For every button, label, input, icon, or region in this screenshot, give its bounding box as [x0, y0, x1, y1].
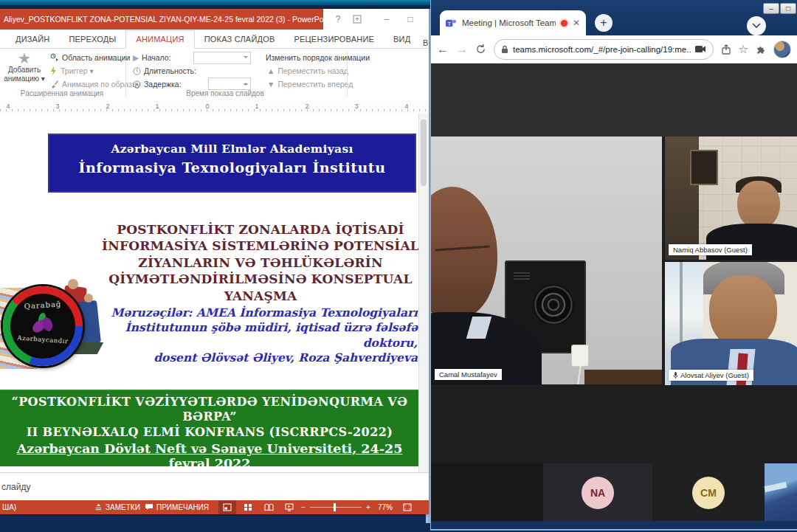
teams-logo-icon: T — [446, 18, 457, 29]
zoom-out-button[interactable]: − — [301, 500, 306, 514]
powerpoint-window: Aliyev_POSTKONFLIKT ZONA-POTENSIAL ZIYAN… — [0, 9, 429, 514]
reading-view-icon — [264, 503, 274, 511]
video-feed-main[interactable]: Camal Mustafayev — [431, 137, 662, 384]
tab-transitions[interactable]: ПЕРЕХОДЫ — [59, 31, 125, 48]
reading-view-button[interactable] — [260, 500, 277, 514]
start-label: ▶ Начало: — [133, 52, 171, 63]
tab-search-chevron-button[interactable] — [747, 16, 766, 35]
url-text: teams.microsoft.com/_#/pre-join-calling/… — [513, 45, 691, 54]
help-icon[interactable]: ? — [329, 9, 347, 30]
lock-icon — [501, 45, 508, 54]
move-later-button[interactable]: ▼ Переместить вперед — [267, 78, 353, 90]
browser-toolbar: ← → teams.microsoft.com/_#/pre-join-call… — [431, 35, 797, 63]
horizontal-ruler[interactable]: 4 3 2 1 0 1 2 3 4 — [0, 100, 429, 114]
zoom-level[interactable]: 77% — [378, 500, 393, 514]
tab-slideshow[interactable]: ПОКАЗ СЛАЙДОВ — [195, 31, 285, 48]
browser-maximize-button[interactable]: □ — [780, 3, 796, 14]
teams-meeting-stage: Camal Mustafayev Namiq Abbasov (Guest) A… — [431, 63, 797, 521]
start-combobox[interactable] — [193, 52, 251, 64]
reorder-animation-header: Изменить порядок анимации — [266, 52, 370, 63]
participant-tile-na[interactable]: NA — [543, 463, 652, 521]
reload-button[interactable] — [475, 44, 486, 55]
normal-view-icon — [223, 503, 232, 511]
participant-tile-cm[interactable]: CM — [652, 463, 765, 521]
duration-label: Длительность: — [133, 65, 196, 77]
trigger-button[interactable]: Триггер ▾ — [50, 65, 94, 77]
participant-head — [709, 275, 777, 349]
duration-spinner[interactable] — [208, 77, 251, 90]
trigger-lightning-icon — [50, 66, 58, 75]
slideshow-view-button[interactable] — [280, 500, 298, 514]
move-earlier-button[interactable]: ▲ Переместить назад — [267, 65, 348, 77]
slide-clipart: Qarabağ Azərbaycandır — [0, 280, 105, 375]
tab-view[interactable]: ВИД — [384, 31, 420, 48]
add-animation-button[interactable]: ★ Добавить анимацию ▾ — [3, 51, 46, 89]
powerpoint-titlebar[interactable]: Aliyev_POSTKONFLIKT ZONA-POTENSIAL ZIYAN… — [0, 9, 429, 30]
slide-title: POSTKONFLİKT ZONALARDA İQTİSADİ İNFORMAS… — [102, 221, 419, 304]
zoom-in-button[interactable]: + — [366, 500, 370, 514]
flower-icon — [34, 313, 53, 338]
zoom-slider-thumb[interactable] — [334, 503, 336, 511]
slide-sorter-view-button[interactable] — [239, 500, 257, 514]
fit-slide-icon — [403, 503, 412, 511]
delay-clock-icon — [133, 80, 141, 89]
tab-close-button[interactable]: ✕ — [573, 18, 580, 28]
animation-pane-icon — [50, 53, 59, 62]
signin-cut-text: В — [423, 38, 428, 47]
extensions-puzzle-icon[interactable] — [756, 44, 766, 55]
forward-button[interactable]: → — [456, 43, 468, 56]
tab-title: Meeting | Microsoft Teams — [462, 18, 556, 27]
slideshow-icon — [285, 503, 294, 511]
tab-design[interactable]: ДИЗАЙН — [6, 31, 59, 48]
add-animation-star-icon: ★ — [3, 51, 46, 66]
slide-vertical-scrollbar[interactable] — [418, 114, 429, 472]
new-tab-button[interactable]: + — [595, 14, 613, 32]
browser-tab[interactable]: T Meeting | Microsoft Teams ✕ — [440, 10, 586, 35]
ribbon-tab-bar: ДИЗАЙН ПЕРЕХОДЫ АНИМАЦИЯ ПОКАЗ СЛАЙДОВ Р… — [0, 30, 429, 49]
notes-toggle[interactable]: ЗАМЕТКИ — [94, 500, 140, 514]
avatar: NA — [582, 477, 614, 509]
slide-org-header: Azərbaycan Mill Elmlər Akademiyası İnfor… — [48, 134, 416, 193]
video-feed-top-right[interactable]: Namiq Abbasov (Guest) — [665, 137, 797, 260]
browser-window: – □ T Meeting | Microsoft Teams ✕ + ← → … — [430, 0, 797, 531]
zoom-slider[interactable] — [310, 507, 362, 508]
participant-name-label: Camal Mustafayev — [435, 369, 502, 380]
slide-speakers: Məruzəçilər: AMEA İnformasiya Texnologiy… — [87, 305, 418, 366]
powerpoint-title: Aliyev_POSTKONFLIKT ZONA-POTENSIAL ZIYAN… — [0, 9, 323, 30]
back-button[interactable]: ← — [437, 43, 449, 56]
animations-ribbon: ★ Добавить анимацию ▾ Область анимации Т… — [0, 49, 429, 101]
powerpoint-statusbar: ША) ЗАМЕТКИ ПРИМЕЧАНИЯ − + 77% — [0, 500, 429, 514]
tab-animations[interactable]: АНИМАЦИЯ — [125, 30, 194, 49]
slide-conference-banner: “POSTKONFLİKT VƏZİYYƏTLƏRDƏ YENİDƏNQURMA… — [0, 390, 419, 466]
notes-pane[interactable]: слайду — [0, 472, 429, 500]
video-feed-bottom-right[interactable]: Alovsat Aliyev (Guest) — [665, 262, 797, 385]
comments-icon — [145, 503, 153, 511]
desktop: { "colors": { "ppt_accent_red": "#c4452b… — [0, 0, 797, 532]
slide-canvas[interactable]: Azərbaycan Mill Elmlər Akademiyası İnfor… — [0, 114, 419, 472]
qarabag-logo: Qarabağ Azərbaycandır — [3, 286, 83, 366]
duration-clock-icon — [133, 67, 141, 75]
mic-icon — [673, 372, 678, 379]
chevron-down-icon — [752, 23, 761, 29]
minimize-button[interactable]: – — [378, 9, 396, 30]
participant-tile-video[interactable] — [765, 463, 797, 521]
group-label-timing: Время показа слайдов — [133, 89, 317, 97]
tab-review[interactable]: РЕЦЕНЗИРОВАНИЕ — [284, 31, 384, 48]
ribbon-options-icon[interactable] — [348, 9, 366, 30]
share-icon[interactable] — [721, 44, 731, 55]
animation-pane-button[interactable]: Область анимации — [50, 52, 130, 63]
language-indicator[interactable]: ША) — [2, 500, 16, 514]
normal-view-button[interactable] — [218, 500, 236, 514]
delay-label: Задержка: — [133, 78, 182, 90]
participant-head — [737, 181, 780, 229]
bookmark-star-icon[interactable]: ☆ — [739, 43, 748, 56]
address-bar[interactable]: teams.microsoft.com/_#/pre-join-calling/… — [494, 39, 714, 60]
profile-avatar[interactable] — [773, 41, 791, 58]
camera-in-use-icon[interactable] — [695, 45, 706, 53]
comments-toggle[interactable]: ПРИМЕЧАНИЯ — [145, 500, 209, 514]
animation-painter-button[interactable]: Анимация по образцу — [50, 78, 140, 90]
fit-to-window-button[interactable] — [403, 500, 412, 514]
participant-tile-empty[interactable] — [431, 463, 543, 521]
maximize-button[interactable]: □ — [401, 9, 419, 30]
browser-minimize-button[interactable]: – — [763, 3, 779, 14]
